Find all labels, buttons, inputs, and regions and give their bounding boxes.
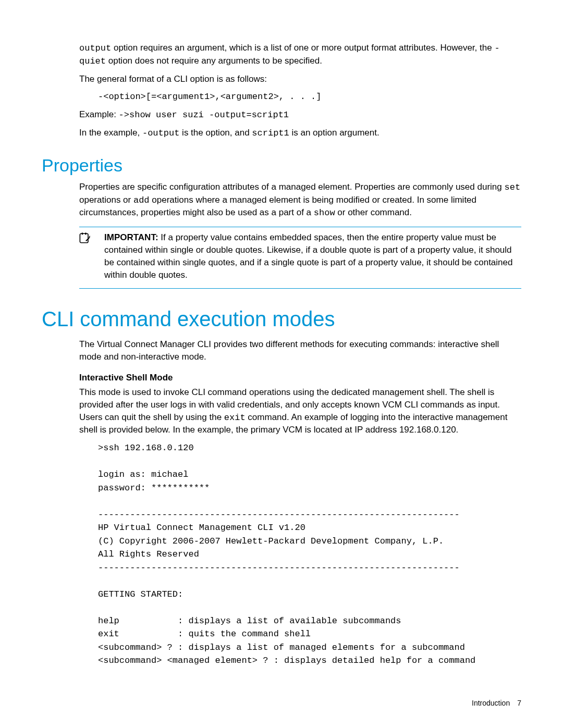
note-body: If a property value contains embedded sp…: [104, 232, 512, 279]
svg-rect-0: [80, 233, 88, 242]
code-script1: script1: [252, 128, 289, 138]
subhead-interactive: Interactive Shell Mode: [79, 373, 521, 383]
footer-page-number: 7: [517, 699, 521, 707]
important-note: IMPORTANT: If a property value contains …: [79, 227, 521, 289]
heading-cli-modes: CLI command execution modes: [42, 307, 521, 331]
code-add: add: [133, 195, 150, 205]
intro-format-code: -<option>[=<argument1>,<argument2>, . . …: [98, 90, 521, 103]
intro-explain-line: In the example, -output is the option, a…: [79, 127, 521, 140]
shell-example-block: >ssh 192.168.0.120 login as: michael pas…: [98, 441, 521, 668]
text: option does not require any arguments to…: [106, 56, 322, 66]
svg-rect-1: [82, 233, 83, 235]
text: In the example,: [79, 128, 142, 138]
svg-rect-2: [85, 233, 87, 235]
properties-paragraph: Properties are specific configuration at…: [79, 181, 521, 219]
heading-properties: Properties: [42, 155, 521, 176]
code-output-opt: -output: [142, 128, 179, 138]
note-label: IMPORTANT:: [104, 232, 158, 242]
code-exit: exit: [224, 413, 246, 423]
note-icon-cell: [79, 231, 104, 281]
text: Properties are specific configuration at…: [79, 182, 505, 192]
intro-example-line: Example: ->show user suzi -output=script…: [79, 108, 521, 121]
footer-section: Introduction: [472, 699, 510, 707]
text: is the option, and: [179, 128, 252, 138]
cli-modes-intro: The Virtual Connect Manager CLI provides…: [79, 338, 521, 363]
document-page: output option requires an argument, whic…: [0, 0, 563, 728]
text: is an option argument.: [289, 128, 380, 138]
code-set: set: [505, 182, 521, 192]
text: option requires an argument, which is a …: [111, 43, 494, 53]
code-output: output: [79, 43, 111, 53]
text: or other command.: [335, 207, 412, 217]
code-option-format: -<option>[=<argument1>,<argument2>, . . …: [98, 92, 321, 102]
page-footer: Introduction7: [472, 699, 521, 707]
interactive-paragraph: This mode is used to invoke CLI command …: [79, 386, 521, 436]
note-text: IMPORTANT: If a property value contains …: [104, 231, 521, 281]
code-show: show: [314, 208, 335, 218]
important-icon: [79, 237, 91, 245]
intro-format-label: The general format of a CLI option is as…: [79, 73, 521, 85]
intro-paragraph-1: output option requires an argument, whic…: [79, 42, 521, 68]
text: Example:: [79, 109, 119, 119]
code-example: ->show user suzi -output=script1: [119, 110, 289, 120]
text: operations or: [79, 195, 133, 205]
